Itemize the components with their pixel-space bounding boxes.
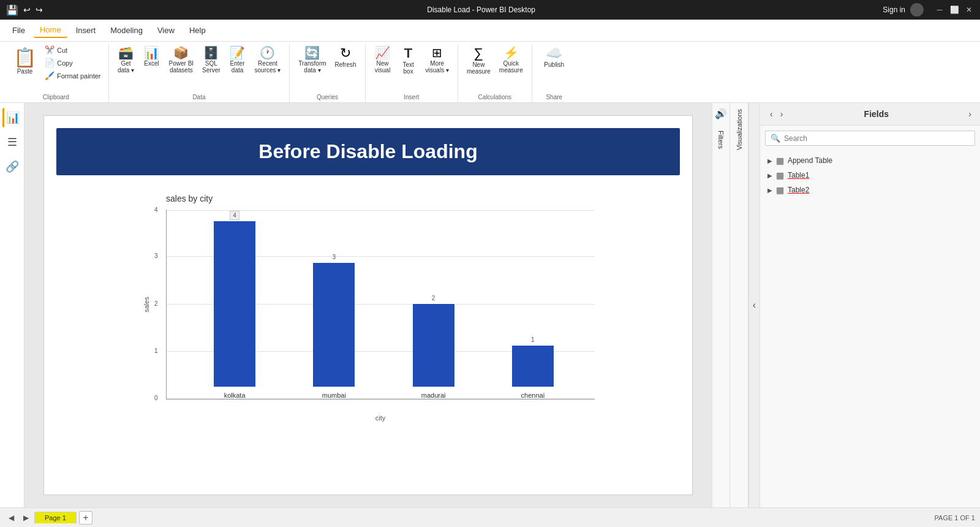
page-prev-btn[interactable]: ◀ [5,512,17,524]
more-visuals-label: Morevisuals ▾ [426,60,449,74]
bar-mumbai[interactable] [313,263,355,387]
x-axis-label: city [166,414,595,422]
filters-panel: 🔊 Filters [712,103,730,507]
field-label-table2: Table2 [788,186,809,194]
new-measure-icon: ∑ [474,47,484,60]
paste-icon: 📋 [13,47,36,68]
canvas-area: Before Disable Loading sales by city sal… [24,103,712,507]
bottom-bar: ◀ ▶ Page 1 + PAGE 1 OF 1 [0,507,980,527]
menu-insert[interactable]: Insert [70,23,102,37]
bar-group-kolkata: 4 kolkata [214,212,255,399]
undo-icon[interactable]: ↩ [23,5,31,15]
expand-icon-table2: ▶ [767,187,772,194]
close-btn[interactable]: ✕ [964,5,974,15]
bar-chennai[interactable] [512,346,554,387]
main-layout: 📊 ☰ 🔗 Before Disable Loading sales by ci… [0,103,980,507]
copy-button[interactable]: 📄 Copy [42,57,104,69]
panel-expand-btn[interactable]: › [967,108,973,120]
title-bar: 💾 ↩ ↪ Disable Load - Power BI Desktop Si… [0,0,980,20]
clipboard-small-group: ✂️ Cut 📄 Copy 🖌️ Format painter [42,44,104,82]
panel-back-btn[interactable]: ‹ [767,108,775,120]
menu-file[interactable]: File [6,23,31,37]
excel-button[interactable]: 📊 Excel [140,44,164,69]
bar-kolkata[interactable] [214,221,255,387]
paste-button[interactable]: 📋 Paste [9,44,41,77]
bar-group-chennai: 1 chennai [512,336,554,399]
search-icon: 🔍 [771,134,780,143]
menu-home[interactable]: Home [34,23,67,38]
data-group-label: Data [114,92,285,102]
ribbon-group-calculations: ∑ Newmeasure ⚡ Quickmeasure Calculations [458,44,532,102]
table-icon-table2: ▦ [776,185,784,195]
ribbon-group-share: ☁️ Publish Share [532,44,576,102]
field-item-append-table[interactable]: ▶ ▦ Append Table [765,153,975,168]
panel-forward-btn[interactable]: › [778,108,786,120]
audio-icon[interactable]: 🔊 [710,103,732,124]
sql-server-button[interactable]: 🗄️ SQLServer [198,44,224,76]
y-tick-label-3: 3 [154,252,158,259]
left-sidebar: 📊 ☰ 🔗 [0,103,24,507]
enter-data-button[interactable]: 📝 Enterdata [225,44,250,76]
fields-panel-title: Fields [864,109,889,119]
sidebar-report-icon[interactable]: 📊 [2,108,22,127]
viz-panel: Visualizations [730,103,748,507]
share-items: ☁️ Publish [537,44,571,92]
excel-icon: 📊 [144,47,159,59]
save-icon[interactable]: 💾 [6,4,18,16]
transform-data-button[interactable]: 🔄 Transformdata ▾ [295,44,330,76]
cut-icon: ✂️ [45,45,55,55]
page-add-btn[interactable]: + [79,511,92,525]
new-visual-button[interactable]: 📈 Newvisual [371,44,395,76]
sql-server-label: SQLServer [202,60,220,74]
powerbi-datasets-button[interactable]: 📦 Power BIdatasets [165,44,198,76]
publish-button[interactable]: ☁️ Publish [537,44,571,70]
quick-measure-icon: ⚡ [503,47,519,59]
restore-btn[interactable]: ⬜ [949,5,959,15]
bar-value-chennai: 1 [531,336,535,343]
cut-button[interactable]: ✂️ Cut [42,44,104,56]
redo-icon[interactable]: ↪ [36,5,43,15]
new-measure-button[interactable]: ∑ Newmeasure [463,44,494,77]
quick-measure-button[interactable]: ⚡ Quickmeasure [496,44,527,76]
bar-value-mumbai: 3 [333,254,336,260]
powerbi-datasets-icon: 📦 [173,47,189,59]
y-tick-label-1: 1 [154,347,158,354]
right-panel: ‹ › Fields › 🔍 ▶ ▦ Append Table ▶ ▦ Tabl… [760,103,980,507]
sidebar-model-icon[interactable]: 🔗 [2,157,22,176]
ribbon-group-insert: 📈 Newvisual T Textbox ⊞ Morevisuals ▾ In… [366,44,458,102]
page-next-btn[interactable]: ▶ [20,512,32,524]
recent-sources-button[interactable]: 🕐 Recentsources ▾ [251,44,285,76]
refresh-button[interactable]: ↻ Refresh [331,44,360,70]
get-data-button[interactable]: 🗃️ Getdata ▾ [114,44,138,76]
more-visuals-button[interactable]: ⊞ Morevisuals ▾ [422,44,453,76]
canvas-page: Before Disable Loading sales by city sal… [43,115,693,495]
menu-help[interactable]: Help [183,23,212,37]
field-item-table1[interactable]: ▶ ▦ Table1 [765,168,975,183]
calculations-group-label: Calculations [463,92,527,102]
field-label-append: Append Table [788,156,832,165]
expand-icon-append: ▶ [767,157,772,164]
sidebar-data-icon[interactable]: ☰ [2,132,22,152]
search-input[interactable] [784,134,970,143]
minimize-btn[interactable]: ─ [935,5,944,15]
bars-area: 4 kolkata 3 mumbai [185,210,582,399]
format-painter-button[interactable]: 🖌️ Format painter [42,70,104,82]
user-avatar[interactable] [910,3,924,17]
visualizations-label[interactable]: Visualizations [736,103,743,156]
panel-collapse-btn[interactable]: ‹ [748,103,760,507]
page-tab-1[interactable]: Page 1 [34,512,77,523]
menu-view[interactable]: View [151,23,181,37]
bar-madurai[interactable] [413,304,454,387]
filters-label[interactable]: Filters [717,124,725,155]
panel-nav-arrows: ‹ › [767,108,785,120]
text-box-button[interactable]: T Textbox [396,44,421,77]
menu-modeling[interactable]: Modeling [104,23,149,37]
recent-sources-icon: 🕐 [260,47,275,59]
field-item-table2[interactable]: ▶ ▦ Table2 [765,183,975,197]
enter-data-label: Enterdata [230,60,245,74]
fields-list: ▶ ▦ Append Table ▶ ▦ Table1 ▶ ▦ Table2 [760,151,980,200]
sign-in-label[interactable]: Sign in [883,6,905,14]
chart-title: sales by city [166,194,595,203]
expand-icon-table1: ▶ [767,172,772,179]
bar-value-madurai: 2 [432,295,435,301]
